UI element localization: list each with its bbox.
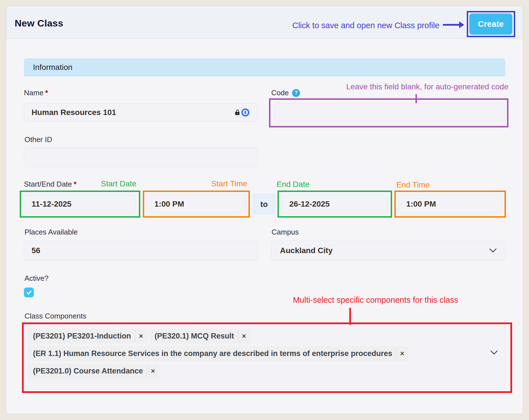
onepassword-icon [241, 109, 249, 116]
component-tag: (PE3201.0) Course Attendance× [28, 364, 159, 379]
create-button[interactable]: Create [469, 14, 512, 35]
help-icon[interactable]: ? [292, 89, 300, 97]
start-time-input[interactable] [147, 194, 246, 214]
campus-label: Campus [272, 228, 299, 236]
name-label: Name* [24, 89, 48, 97]
active-label: Active? [25, 274, 48, 283]
component-tag-label: (PE3201.0) Course Attendance [28, 364, 147, 379]
start-date-input[interactable] [24, 194, 136, 214]
chevron-down-icon [489, 248, 497, 253]
code-label: Code ? [271, 89, 300, 97]
annotation-arrow-line [443, 24, 460, 26]
places-available-label: Places Available [25, 228, 78, 236]
start-date-annotation: Start Date [101, 179, 136, 188]
remove-tag-icon[interactable]: × [396, 348, 408, 360]
information-section-header: Information [24, 58, 505, 76]
create-annotation-text: Click to save and open new Class profile [254, 21, 439, 30]
annotation-arrow-head-icon [459, 21, 464, 28]
remove-tag-icon[interactable]: × [238, 330, 250, 342]
places-available-input[interactable] [24, 241, 258, 260]
campus-selected-value: Auckland City [280, 246, 489, 255]
checkmark-icon [26, 289, 32, 296]
end-time-input[interactable] [399, 194, 502, 214]
remove-tag-icon[interactable]: × [135, 330, 147, 342]
chevron-down-icon[interactable] [490, 350, 498, 355]
code-input[interactable] [275, 103, 505, 121]
components-taglist: (PE3201) PE3201-Induction×(PE320.1) MCQ … [28, 329, 485, 379]
page-background: { "header": { "title": "New Class", "ann… [0, 0, 529, 420]
password-manager-badge[interactable] [234, 108, 250, 117]
component-tag-label: (PE320.1) MCQ Result [150, 329, 238, 344]
end-date-input[interactable] [282, 194, 388, 214]
code-annotation-text: Leave this field blank, for auto-generat… [324, 82, 508, 91]
end-date-annotation: End Date [277, 180, 310, 189]
information-section-title: Information [33, 63, 72, 72]
remove-tag-icon[interactable]: × [147, 365, 159, 377]
other-id-input[interactable] [24, 148, 258, 167]
campus-select[interactable]: Auckland City [271, 241, 505, 260]
component-tag: (PE320.1) MCQ Result× [150, 329, 250, 344]
component-tag: (ER 1.1) Human Resource Services in the … [28, 346, 408, 361]
name-input[interactable] [24, 103, 258, 121]
required-asterisk: * [45, 89, 48, 97]
class-components-label: Class Components [25, 312, 86, 320]
class-components-multiselect[interactable]: (PE3201) PE3201-Induction×(PE320.1) MCQ … [24, 325, 505, 390]
page-title: New Class [15, 18, 63, 29]
components-annotation-text: Multi-select specific components for thi… [293, 295, 458, 305]
start-end-date-label: Start/End Date* [24, 180, 77, 189]
component-tag-label: (ER 1.1) Human Resource Services in the … [28, 346, 396, 361]
other-id-label: Other ID [25, 135, 52, 144]
component-tag: (PE3201) PE3201-Induction× [28, 329, 147, 344]
required-asterisk: * [74, 180, 77, 188]
component-tag-label: (PE3201) PE3201-Induction [28, 329, 135, 344]
start-time-annotation: Start Time [211, 179, 247, 188]
end-time-annotation: End Time [396, 180, 430, 189]
date-range-separator: to [253, 194, 275, 215]
lock-icon [235, 110, 239, 115]
active-checkbox[interactable] [24, 288, 34, 297]
